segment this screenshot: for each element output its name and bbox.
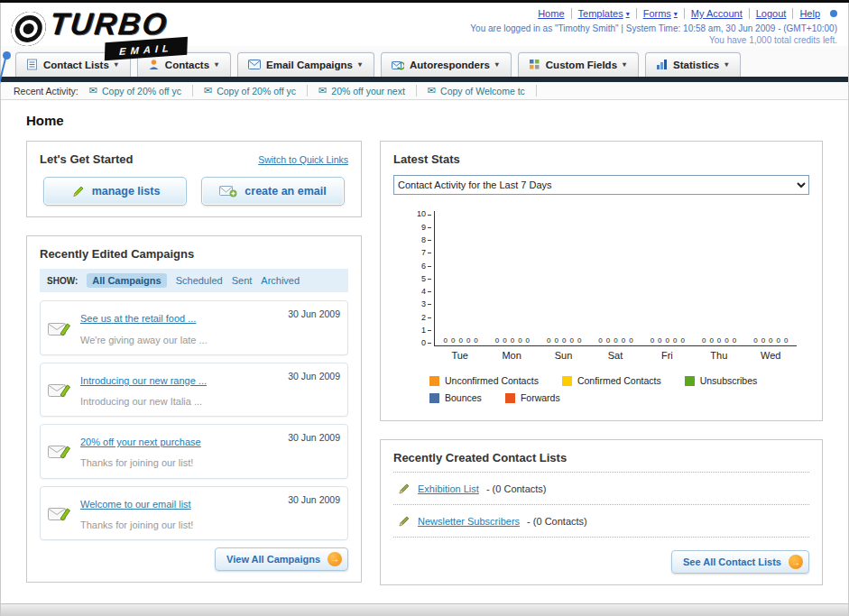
credits-remaining: You have 1,000 total credits left.	[470, 35, 837, 45]
top-link-logout[interactable]: Logout	[750, 8, 794, 19]
chevron-down-icon: ▾	[495, 60, 499, 69]
recent-activity-item[interactable]: ✉ Copy of Welcome tc	[428, 85, 537, 97]
recent-activity-item[interactable]: ✉ 20% off your next	[318, 85, 417, 97]
campaign-row[interactable]: Introducing our new range ... Introducin…	[40, 363, 348, 417]
recent-activity-item[interactable]: ✉ Copy of 20% off yc	[89, 85, 193, 97]
envelope-icon: ✉	[318, 85, 327, 97]
contact-list-item[interactable]: Newsletter Subscribers - (0 Contacts)	[393, 505, 809, 538]
legend-item-unconfirmed: Unconfirmed Contacts	[429, 375, 539, 386]
campaign-row[interactable]: 20% off your next purchase Thanks for jo…	[40, 424, 348, 478]
arrow-right-icon: →	[789, 555, 803, 569]
filter-tab-all-campaigns[interactable]: All Campaigns	[87, 273, 166, 288]
chevron-down-icon: ▾	[626, 10, 630, 18]
filter-tab-scheduled[interactable]: Scheduled	[176, 275, 223, 286]
campaign-date: 30 Jun 2009	[288, 430, 340, 443]
campaign-date: 30 Jun 2009	[288, 492, 340, 505]
contact-list-item[interactable]: Exhibition List - (0 Contacts)	[393, 473, 809, 505]
envelope-icon: ✉	[428, 85, 436, 97]
right-column: Latest Stats Contact Activity for the La…	[380, 141, 823, 603]
top-link-templates[interactable]: Templates▾	[572, 8, 637, 19]
page: TURBO EMAIL Home Templates▾ Forms▾ My Ac…	[0, 3, 849, 616]
campaign-date: 30 Jun 2009	[288, 307, 340, 319]
pencil-icon	[70, 184, 85, 198]
envelope-pencil-icon	[48, 504, 72, 522]
logo-title: TURBO	[48, 6, 170, 41]
recent-campaigns-panel: Recently Edited Campaigns SHOW: All Camp…	[26, 235, 362, 583]
campaign-title-link[interactable]: Introducing our new range ...	[80, 375, 207, 386]
contact-lists-icon	[26, 59, 38, 70]
recent-activity-label: Recent Activity:	[14, 86, 78, 97]
manage-lists-button[interactable]: manage lists	[43, 177, 187, 206]
skin-dot	[830, 10, 837, 17]
campaign-date: 30 Jun 2009	[288, 369, 340, 382]
campaign-subject: Thanks for joining our list!	[80, 457, 193, 468]
pencil-icon	[397, 482, 411, 495]
header-right: Home Templates▾ Forms▾ My Account Logout…	[470, 6, 837, 46]
envelope-pencil-icon	[48, 442, 72, 460]
top-links: Home Templates▾ Forms▾ My Account Logout…	[470, 8, 837, 19]
bar-chart-icon	[656, 59, 668, 70]
app-logo: TURBO EMAIL	[8, 6, 256, 46]
stats-range-select[interactable]: Contact Activity for the Last 7 Days	[393, 175, 809, 195]
see-all-contact-lists-button[interactable]: See All Contact Lists →	[671, 550, 809, 574]
chevron-down-icon: ▾	[358, 60, 362, 69]
footer-strip	[1, 603, 848, 616]
page-title: Home	[26, 113, 823, 128]
campaign-title-link[interactable]: 20% off your next purchase	[80, 437, 201, 447]
header: TURBO EMAIL Home Templates▾ Forms▾ My Ac…	[1, 3, 848, 46]
envelope-pencil-icon	[48, 381, 72, 399]
legend-swatch-icon	[429, 376, 439, 386]
recent-activity-bar: Recent Activity: ✉ Copy of 20% off yc ✉ …	[1, 82, 848, 100]
switch-quick-links-link[interactable]: Switch to Quick Links	[258, 154, 348, 165]
contact-list-count: - (0 Contacts)	[486, 483, 547, 494]
campaign-row[interactable]: Welcome to our email list Thanks for joi…	[40, 486, 348, 540]
pencil-icon	[397, 514, 411, 528]
custom-fields-icon	[529, 59, 540, 70]
legend-swatch-icon	[685, 376, 695, 386]
filter-tab-archived[interactable]: Archived	[261, 275, 300, 286]
get-started-title: Let's Get Started	[40, 152, 134, 166]
recent-campaigns-title: Recently Edited Campaigns	[40, 247, 348, 261]
nav-tab-email-campaigns[interactable]: Email Campaigns ▾	[237, 52, 374, 77]
campaign-subject: Thanks for joining our list!	[80, 519, 193, 530]
show-label: SHOW:	[47, 276, 78, 286]
filter-tab-sent[interactable]: Sent	[232, 275, 253, 286]
campaign-subject: Introducing our new Italia ...	[80, 396, 202, 407]
recent-activity-item[interactable]: ✉ Copy of 20% off yc	[204, 85, 308, 97]
top-link-help[interactable]: Help	[793, 8, 826, 19]
chevron-down-icon: ▾	[215, 60, 218, 69]
contact-list-count: - (0 Contacts)	[527, 516, 587, 527]
contact-list-link[interactable]: Exhibition List	[418, 483, 479, 494]
legend-item-bounces: Bounces	[429, 392, 482, 403]
create-email-button[interactable]: create an email	[201, 177, 345, 206]
recent-contact-lists-title: Recently Created Contact Lists	[393, 451, 809, 473]
campaign-title-link[interactable]: See us at the retail food ...	[80, 313, 196, 324]
autoresponder-icon	[392, 60, 404, 70]
contact-list-link[interactable]: Newsletter Subscribers	[418, 516, 520, 527]
skin-antenna	[3, 51, 11, 60]
latest-stats-panel: Latest Stats Contact Activity for the La…	[380, 141, 823, 421]
get-started-panel: Let's Get Started Switch to Quick Links …	[26, 141, 362, 217]
main-content: Home Let's Get Started Switch to Quick L…	[1, 100, 848, 603]
chevron-down-icon: ▾	[724, 60, 728, 69]
legend-item-unsubscribes: Unsubscribes	[685, 375, 758, 386]
nav-tab-statistics[interactable]: Statistics ▾	[645, 52, 741, 77]
nav-tab-autoresponders[interactable]: Autoresponders ▾	[381, 52, 512, 77]
campaign-row[interactable]: See us at the retail food ... We're givi…	[40, 300, 348, 354]
nav-tab-custom-fields[interactable]: Custom Fields ▾	[518, 52, 639, 77]
contact-activity-chart: 109876543210 000000000000000000000000000…	[417, 211, 797, 361]
top-link-forms[interactable]: Forms▾	[637, 8, 685, 19]
campaign-list: See us at the retail food ... We're givi…	[40, 300, 348, 540]
top-link-my-account[interactable]: My Account	[685, 8, 750, 19]
campaign-title-link[interactable]: Welcome to our email list	[80, 499, 191, 510]
envelope-icon	[248, 60, 261, 69]
top-link-home[interactable]: Home	[531, 8, 571, 19]
logo-swirl-icon	[10, 12, 48, 46]
contacts-icon	[148, 59, 160, 70]
left-column: Let's Get Started Switch to Quick Links …	[26, 141, 362, 601]
chevron-down-icon: ▾	[115, 60, 118, 69]
campaign-subject: We're giving away our late ...	[80, 335, 208, 345]
legend-swatch-icon	[505, 393, 515, 403]
view-all-campaigns-button[interactable]: View All Campaigns →	[215, 547, 348, 571]
chart-zero-groups: 00000000000000000000000000000000000	[435, 336, 797, 345]
